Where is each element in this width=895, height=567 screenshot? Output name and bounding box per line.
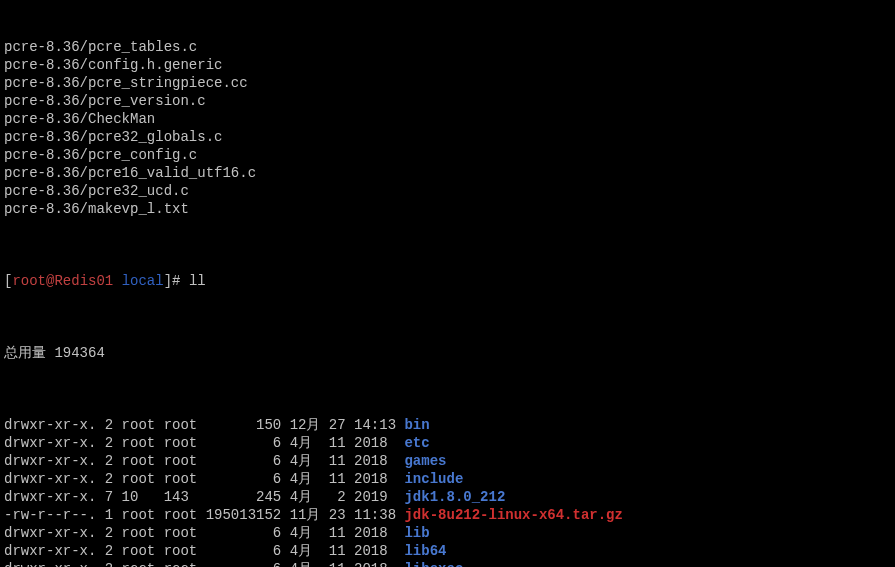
- listing-filename: jdk1.8.0_212: [404, 489, 505, 505]
- listing-row: drwxr-xr-x. 2 root root 150 12月 27 14:13…: [4, 416, 891, 434]
- listing-filename: libexec: [404, 561, 463, 567]
- extracted-file-line: pcre-8.36/pcre_stringpiece.cc: [4, 74, 891, 92]
- listing-meta: drwxr-xr-x. 2 root root 6 4月 11 2018: [4, 525, 404, 541]
- extracted-file-line: pcre-8.36/pcre_version.c: [4, 92, 891, 110]
- listing-filename: jdk-8u212-linux-x64.tar.gz: [404, 507, 622, 523]
- extracted-file-line: pcre-8.36/pcre_tables.c: [4, 38, 891, 56]
- listing-filename: bin: [404, 417, 429, 433]
- extracted-files-block: pcre-8.36/pcre_tables.cpcre-8.36/config.…: [4, 38, 891, 218]
- listing-row: drwxr-xr-x. 2 root root 6 4月 11 2018 etc: [4, 434, 891, 452]
- listing-filename: lib64: [404, 543, 446, 559]
- listing-row: drwxr-xr-x. 2 root root 6 4月 11 2018 lib…: [4, 542, 891, 560]
- listing-row: drwxr-xr-x. 2 root root 6 4月 11 2018 inc…: [4, 470, 891, 488]
- listing-block: drwxr-xr-x. 2 root root 150 12月 27 14:13…: [4, 416, 891, 567]
- bracket-close: ]: [164, 273, 172, 289]
- listing-filename: include: [404, 471, 463, 487]
- total-line: 总用量 194364: [4, 344, 891, 362]
- listing-meta: drwxr-xr-x. 2 root root 150 12月 27 14:13: [4, 417, 404, 433]
- listing-meta: drwxr-xr-x. 7 10 143 245 4月 2 2019: [4, 489, 404, 505]
- extracted-file-line: pcre-8.36/makevp_l.txt: [4, 200, 891, 218]
- listing-meta: drwxr-xr-x. 2 root root 6 4月 11 2018: [4, 471, 404, 487]
- prompt-path: local: [122, 273, 164, 289]
- listing-filename: lib: [404, 525, 429, 541]
- listing-meta: -rw-r--r--. 1 root root 195013152 11月 23…: [4, 507, 404, 523]
- extracted-file-line: pcre-8.36/config.h.generic: [4, 56, 891, 74]
- extracted-file-line: pcre-8.36/pcre32_ucd.c: [4, 182, 891, 200]
- extracted-file-line: pcre-8.36/pcre_config.c: [4, 146, 891, 164]
- listing-meta: drwxr-xr-x. 2 root root 6 4月 11 2018: [4, 453, 404, 469]
- listing-meta: drwxr-xr-x. 2 root root 6 4月 11 2018: [4, 543, 404, 559]
- listing-row: drwxr-xr-x. 7 10 143 245 4月 2 2019 jdk1.…: [4, 488, 891, 506]
- extracted-file-line: pcre-8.36/pcre16_valid_utf16.c: [4, 164, 891, 182]
- listing-filename: games: [404, 453, 446, 469]
- listing-row: drwxr-xr-x. 2 root root 6 4月 11 2018 lib: [4, 524, 891, 542]
- prompt-command: ll: [189, 273, 206, 289]
- listing-row: drwxr-xr-x. 2 root root 6 4月 11 2018 gam…: [4, 452, 891, 470]
- prompt-user: root: [12, 273, 46, 289]
- listing-meta: drwxr-xr-x. 2 root root 6 4月 11 2018: [4, 561, 404, 567]
- terminal[interactable]: pcre-8.36/pcre_tables.cpcre-8.36/config.…: [0, 0, 895, 567]
- listing-row: -rw-r--r--. 1 root root 195013152 11月 23…: [4, 506, 891, 524]
- extracted-file-line: pcre-8.36/CheckMan: [4, 110, 891, 128]
- listing-filename: etc: [404, 435, 429, 451]
- prompt-host: Redis01: [54, 273, 113, 289]
- listing-meta: drwxr-xr-x. 2 root root 6 4月 11 2018: [4, 435, 404, 451]
- listing-row: drwxr-xr-x. 2 root root 6 4月 11 2018 lib…: [4, 560, 891, 567]
- extracted-file-line: pcre-8.36/pcre32_globals.c: [4, 128, 891, 146]
- prompt-line-1: [root@Redis01 local]# ll: [4, 272, 891, 290]
